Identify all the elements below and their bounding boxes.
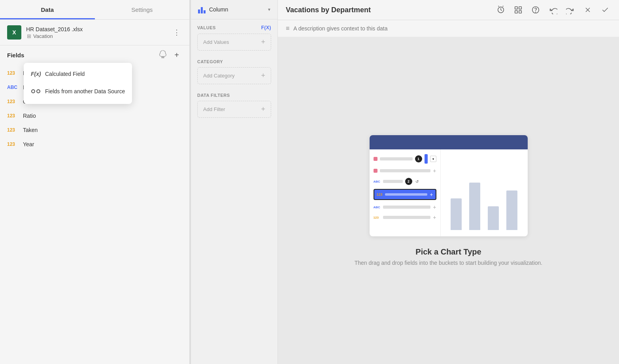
column-chart-icon — [198, 6, 206, 13]
mini-add-icon: + — [433, 168, 436, 174]
mini-field-bar — [383, 206, 431, 209]
mini-abc-label: ABC — [374, 206, 381, 209]
chart-type-label: Column — [209, 6, 265, 13]
chart-bar — [451, 198, 462, 230]
add-filter-label: Add Filter — [203, 106, 225, 112]
table-icon: ⊞ — [26, 33, 32, 39]
mini-field-row: + — [374, 168, 436, 174]
chart-bar — [488, 206, 499, 230]
alarm-icon-button[interactable] — [495, 4, 507, 16]
chart-preview-card: 1 ▾ + ABC — [370, 135, 528, 236]
add-filter-button[interactable]: Add Filter + — [197, 101, 271, 118]
add-values-plus-icon: + — [261, 38, 265, 46]
header-icons — [495, 4, 611, 16]
help-icon-button[interactable] — [530, 4, 542, 16]
category-bucket-section: CATEGORY Add Category + — [191, 54, 277, 87]
chevron-down-icon: ▾ — [268, 7, 270, 12]
chart-bar-item — [451, 198, 462, 230]
right-panel: ≡ 1 — [278, 0, 619, 364]
list-item[interactable]: 123 Taken — [0, 123, 189, 137]
field-type-badge: 123 — [7, 127, 18, 133]
data-filters-bucket-label: DATA FILTERS — [197, 93, 271, 98]
grid-icon-button[interactable] — [512, 4, 524, 16]
chart-bar — [469, 183, 480, 230]
data-filters-bucket-section: DATA FILTERS Add Filter + — [191, 87, 277, 121]
mini-field-row: ABC + — [374, 204, 436, 210]
datasource-row: X HR Dataset_2016 .xlsx ⊞ Vacation ⋮ — [0, 20, 189, 45]
add-field-button[interactable]: + — [171, 49, 182, 60]
field-type-badge: 123 — [7, 141, 18, 147]
chart-type-row[interactable]: Column ▾ — [191, 0, 277, 19]
svg-rect-7 — [515, 7, 517, 9]
values-bucket-label: VALUES F(x) — [197, 25, 271, 30]
mini-field-row: 123 + — [374, 214, 436, 221]
confirm-icon-button[interactable] — [599, 4, 611, 16]
chart-bar-item — [506, 190, 517, 230]
mini-123-orange-label: 123 — [374, 216, 381, 219]
mini-badge-2: 2 — [405, 178, 412, 185]
tab-bar: Data Settings — [0, 0, 189, 20]
chart-preview-header-bar — [370, 135, 528, 149]
description-input[interactable] — [293, 25, 611, 32]
right-header — [278, 0, 619, 20]
category-bucket-label: CATEGORY — [197, 59, 271, 64]
svg-line-6 — [503, 6, 504, 7]
svg-rect-9 — [515, 11, 517, 13]
fields-from-datasource-option[interactable]: Fields from another Data Source — [24, 82, 132, 101]
mini-field-bar — [383, 180, 403, 183]
add-values-button[interactable]: Add Values + — [197, 34, 271, 51]
list-item[interactable]: 123 Ratio — [0, 109, 189, 123]
pick-chart-type-title: Pick a Chart Type — [415, 247, 481, 256]
mini-add-icon: + — [433, 204, 436, 210]
fx-values-icon[interactable]: F(x) — [261, 25, 271, 30]
more-options-button[interactable]: ⋮ — [171, 27, 182, 38]
mini-active-indicator — [425, 154, 428, 164]
chart-bar — [506, 190, 517, 230]
mini-plus-white-icon: + — [430, 191, 433, 198]
add-category-button[interactable]: Add Category + — [197, 67, 271, 84]
mini-field-bar — [383, 216, 431, 219]
field-type-badge: ABC — [7, 85, 18, 90]
datasource-info: HR Dataset_2016 .xlsx ⊞ Vacation — [26, 26, 166, 39]
datasource-table: ⊞ Vacation — [26, 33, 166, 39]
tab-settings[interactable]: Settings — [95, 0, 190, 19]
mini-dropdown-chevron: ▾ — [430, 156, 436, 162]
mini-field-row: ABC 2 ↺ — [374, 178, 436, 185]
fx-icon: F(x) — [31, 71, 40, 77]
description-icon: ≡ — [286, 25, 289, 32]
field-name: Year — [23, 141, 34, 147]
redo-icon-button[interactable] — [564, 4, 576, 16]
svg-line-5 — [498, 6, 499, 7]
mini-color-indicator — [374, 169, 377, 173]
pick-chart-type-subtitle: Then drag and drop fields into the bucke… — [355, 260, 543, 266]
svg-point-12 — [536, 12, 536, 12]
add-field-dropdown: F(x) Calculated Field Fields from anothe… — [24, 63, 132, 104]
fields-from-datasource-label: Fields from another Data Source — [45, 88, 125, 94]
add-filter-plus-icon: + — [261, 105, 265, 113]
brain-icon[interactable] — [159, 50, 168, 60]
chart-illustration-fields: 1 ▾ + ABC — [370, 149, 441, 236]
mini-color-indicator — [374, 157, 377, 161]
chart-title-input[interactable] — [286, 6, 490, 14]
svg-line-4 — [501, 10, 502, 11]
mini-active-row: 123 + — [374, 189, 436, 200]
calculated-field-label: Calculated Field — [45, 71, 85, 77]
undo-icon-button[interactable] — [547, 4, 559, 16]
mini-undo-icon: ↺ — [415, 179, 419, 184]
field-type-badge: 123 — [7, 99, 18, 104]
calculated-field-option[interactable]: F(x) Calculated Field — [24, 66, 132, 82]
add-values-label: Add Values — [203, 39, 229, 45]
left-panel: Data Settings X HR Dataset_2016 .xlsx ⊞ … — [0, 0, 190, 364]
tab-data[interactable]: Data — [0, 0, 95, 19]
close-icon-button[interactable] — [582, 4, 594, 16]
list-item[interactable]: 123 Year — [0, 137, 189, 151]
description-row: ≡ — [278, 20, 619, 37]
chart-bars-illustration — [441, 149, 528, 236]
field-type-badge: 123 — [7, 113, 18, 119]
svg-rect-8 — [519, 7, 521, 9]
add-category-label: Add Category — [203, 73, 235, 79]
mini-field-row: 1 ▾ — [374, 154, 436, 164]
mini-abc-label: ABC — [374, 180, 381, 183]
mini-badge-1: 1 — [415, 155, 422, 162]
datasource-table-name: Vacation — [33, 33, 53, 39]
